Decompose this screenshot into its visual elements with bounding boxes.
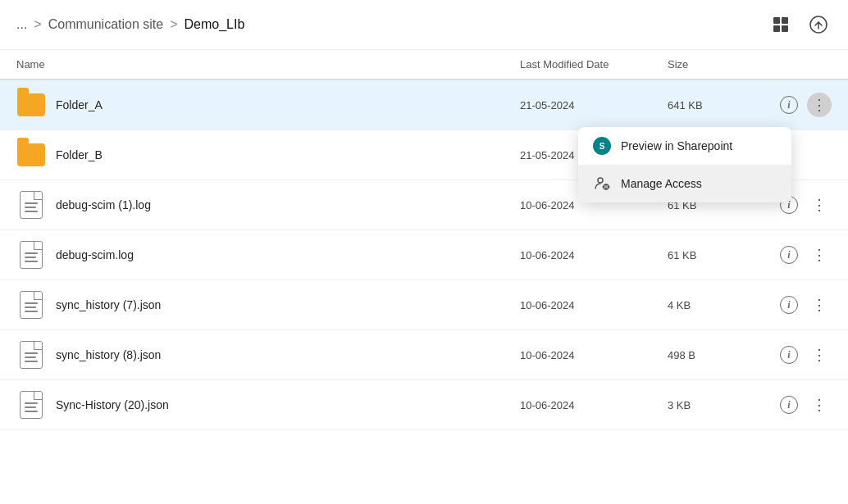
info-icon: i [780,346,798,364]
col-header-actions [766,58,832,70]
more-options-button[interactable]: ⋮ [807,343,832,367]
table-row[interactable]: Sync-History (20).json 10-06-2024 3 KB i… [0,380,848,430]
file-actions: i ⋮ [766,393,832,417]
svg-rect-0 [773,17,780,24]
file-name-cell: Sync-History (20).json [16,390,520,420]
file-date: 21-05-2024 [520,99,668,111]
file-name: debug-scim.log [56,248,134,261]
context-menu-preview[interactable]: S Preview in Sharepoint [578,127,791,165]
upload-icon [809,15,828,34]
info-button[interactable]: i [777,293,800,316]
file-name: sync_history (8).json [56,348,161,361]
table-row[interactable]: sync_history (8).json 10-06-2024 498 B i… [0,330,848,380]
file-name: Folder_B [56,148,103,161]
file-icon [16,290,46,320]
breadcrumb: ... > Communication site > Demo_LIb [0,0,848,50]
info-button[interactable]: i [777,393,800,416]
file-actions: i ⋮ [766,243,832,267]
file-size: 4 KB [668,299,766,311]
folder-icon [17,93,45,116]
svg-point-6 [598,178,603,183]
file-size: 498 B [668,349,766,361]
document-icon [20,291,43,319]
document-icon [20,241,43,269]
breadcrumb-icons [768,11,832,38]
table-row[interactable]: sync_history (7).json 10-06-2024 4 KB i … [0,280,848,330]
file-icon [16,340,46,370]
document-icon [20,341,43,369]
file-date: 10-06-2024 [520,249,668,261]
file-size: 641 KB [668,99,766,111]
col-header-date: Last Modified Date [520,58,668,70]
file-name-cell: Folder_B [16,140,520,170]
breadcrumb-ellipsis[interactable]: ... [16,17,27,32]
table-row[interactable]: Folder_A 21-05-2024 641 KB i ⋮ [0,80,848,130]
info-icon: i [780,296,798,314]
file-name-cell: sync_history (7).json [16,290,520,320]
document-icon [20,191,43,219]
info-icon: i [780,246,798,264]
context-menu-preview-label: Preview in Sharepoint [621,139,732,152]
file-name-cell: sync_history (8).json [16,340,520,370]
table-row[interactable]: debug-scim.log 10-06-2024 61 KB i ⋮ [0,230,848,280]
sharepoint-icon: S [593,137,611,155]
file-name-cell: debug-scim.log [16,240,520,270]
file-actions: i ⋮ [766,343,832,367]
breadcrumb-sep-1: > [34,17,41,32]
breadcrumb-site[interactable]: Communication site [48,17,164,32]
grid-icon [772,16,790,34]
more-options-button[interactable]: ⋮ [807,93,832,117]
more-options-button[interactable]: ⋮ [807,393,832,417]
svg-rect-3 [782,25,788,32]
context-menu: S Preview in Sharepoint Manage Access [578,127,791,202]
file-name: sync_history (7).json [56,298,161,311]
svg-rect-1 [782,17,788,24]
file-actions: i ⋮ [766,293,832,317]
file-name: debug-scim (1).log [56,198,151,211]
more-options-button[interactable]: ⋮ [807,293,832,317]
folder-icon [17,143,45,166]
info-button[interactable]: i [777,243,800,266]
upload-button[interactable] [805,11,832,38]
context-menu-manage[interactable]: Manage Access [578,165,791,202]
file-size: 61 KB [668,249,766,261]
file-actions: i ⋮ [766,93,832,117]
context-menu-manage-label: Manage Access [621,177,702,190]
file-icon [16,140,46,170]
document-icon [20,391,43,419]
grid-view-button[interactable] [768,11,794,38]
file-date: 10-06-2024 [520,349,668,361]
breadcrumb-current: Demo_LIb [185,17,245,32]
table-header: Name Last Modified Date Size [0,50,848,80]
file-icon [16,240,46,270]
more-options-button[interactable]: ⋮ [807,193,832,217]
more-options-button[interactable]: ⋮ [807,243,832,267]
col-header-name: Name [16,58,520,70]
manage-access-icon [593,175,611,193]
info-button[interactable]: i [777,343,800,366]
file-name-cell: debug-scim (1).log [16,190,520,220]
file-name: Sync-History (20).json [56,398,169,411]
breadcrumb-sep-2: > [170,17,177,32]
file-name: Folder_A [56,98,103,111]
file-icon [16,190,46,220]
info-icon: i [780,396,798,414]
file-date: 10-06-2024 [520,299,668,311]
svg-rect-2 [773,25,780,32]
info-icon: i [780,96,798,114]
info-button[interactable]: i [777,93,800,116]
file-date: 10-06-2024 [520,399,668,411]
file-name-cell: Folder_A [16,90,520,120]
file-icon [16,90,46,120]
col-header-size: Size [668,58,766,70]
file-icon [16,390,46,420]
file-size: 3 KB [668,399,766,411]
